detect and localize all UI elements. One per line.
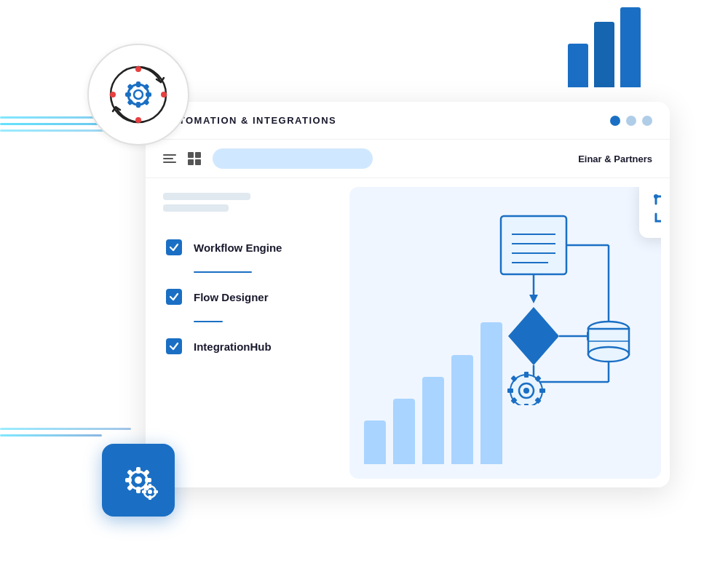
checkbox-flow-designer[interactable] <box>166 289 182 305</box>
svg-rect-39 <box>539 388 545 393</box>
svg-point-62 <box>148 490 152 494</box>
window-dots <box>610 116 652 126</box>
svg-point-0 <box>111 67 166 122</box>
svg-rect-9 <box>143 99 149 105</box>
window-sidebar: Workflow Engine Flow Designer Integr <box>146 178 349 487</box>
move-resize-icon-box[interactable] <box>639 187 661 238</box>
dot-3 <box>642 116 652 126</box>
svg-point-35 <box>523 388 529 394</box>
placeholder-line <box>163 193 250 200</box>
deco-bar-2 <box>594 22 614 87</box>
svg-rect-10 <box>127 99 133 105</box>
svg-point-11 <box>135 66 141 72</box>
svg-point-52 <box>135 477 142 484</box>
svg-marker-21 <box>529 295 538 303</box>
svg-rect-60 <box>127 484 134 491</box>
sidebar-item-integration-hub[interactable]: IntegrationHub <box>157 328 338 364</box>
dot-2 <box>626 116 636 126</box>
svg-rect-66 <box>154 490 158 493</box>
svg-rect-65 <box>142 490 146 493</box>
svg-point-14 <box>161 92 167 97</box>
svg-rect-37 <box>524 404 529 405</box>
svg-point-13 <box>110 92 116 97</box>
sidebar-item-workflow-engine[interactable]: Workflow Engine <box>157 229 338 266</box>
svg-rect-36 <box>524 372 529 378</box>
svg-rect-56 <box>145 478 151 482</box>
sidebar-placeholder-lines <box>157 193 338 212</box>
user-label: Einar & Partners <box>578 154 652 164</box>
svg-rect-64 <box>149 495 151 500</box>
bar-chart-decoration <box>568 7 641 87</box>
move-icon <box>650 191 661 227</box>
gear-blue-box[interactable] <box>102 444 175 517</box>
svg-rect-54 <box>136 487 141 493</box>
window-card: AUTOMATION & INTEGRATIONS Einar & Partne… <box>146 102 670 487</box>
svg-rect-7 <box>127 84 133 90</box>
checkbox-integration-hub[interactable] <box>166 338 182 354</box>
window-content <box>349 187 661 479</box>
svg-rect-63 <box>149 484 151 488</box>
dot-1 <box>610 116 620 126</box>
gear-settings-icon <box>116 458 160 502</box>
svg-rect-57 <box>127 469 134 477</box>
sidebar-item-flow-designer[interactable]: Flow Designer <box>157 279 338 315</box>
inner-bar-1 <box>364 420 386 464</box>
workflow-engine-label: Workflow Engine <box>194 242 282 254</box>
svg-point-2 <box>134 90 143 99</box>
window-title: AUTOMATION & INTEGRATIONS <box>163 115 336 126</box>
grid-icon[interactable] <box>188 152 201 165</box>
sidebar-divider-1 <box>194 271 252 273</box>
main-container: AUTOMATION & INTEGRATIONS Einar & Partne… <box>58 80 684 502</box>
svg-rect-4 <box>136 102 141 108</box>
svg-marker-22 <box>508 307 559 365</box>
window-header: AUTOMATION & INTEGRATIONS <box>146 102 670 140</box>
search-bar[interactable] <box>213 148 373 169</box>
svg-rect-55 <box>125 478 132 482</box>
sidebar-divider-2 <box>194 321 223 322</box>
window-toolbar: Einar & Partners <box>146 140 670 178</box>
svg-point-27 <box>588 347 629 362</box>
svg-point-12 <box>135 117 141 123</box>
svg-rect-38 <box>507 388 513 393</box>
flow-designer-label: Flow Designer <box>194 291 269 303</box>
svg-rect-58 <box>143 469 150 477</box>
integration-hub-label: IntegrationHub <box>194 340 272 353</box>
hamburger-icon[interactable] <box>163 154 176 163</box>
inner-bar-2 <box>393 399 415 464</box>
window-body: Workflow Engine Flow Designer Integr <box>146 178 670 487</box>
svg-rect-8 <box>143 84 149 90</box>
workflow-svg <box>414 202 646 405</box>
svg-rect-53 <box>136 467 141 474</box>
svg-point-48 <box>654 194 658 199</box>
svg-rect-6 <box>146 92 151 97</box>
deco-bar-3 <box>620 7 641 87</box>
svg-rect-15 <box>501 216 566 274</box>
checkbox-workflow-engine[interactable] <box>166 239 182 255</box>
automation-icon <box>106 62 171 127</box>
placeholder-line <box>163 204 229 212</box>
svg-rect-5 <box>125 92 131 97</box>
workflow-diagram <box>414 202 646 405</box>
svg-rect-3 <box>136 81 141 87</box>
gear-circle-icon <box>87 44 189 146</box>
